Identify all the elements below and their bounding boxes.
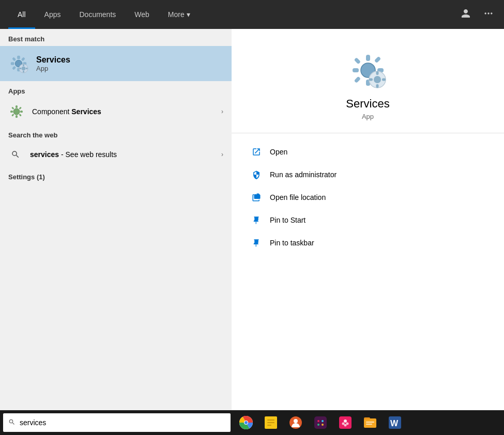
open-icon — [251, 147, 262, 157]
best-match-label: Best match — [0, 29, 232, 46]
chrome-icon[interactable] — [235, 411, 257, 434]
svg-rect-49 — [267, 425, 271, 426]
cortana-icon[interactable] — [284, 411, 307, 434]
best-match-item[interactable]: Services App — [0, 46, 232, 81]
open-label: Open — [270, 148, 287, 156]
svg-rect-30 — [353, 68, 359, 72]
svg-rect-64 — [366, 422, 374, 423]
svg-point-58 — [344, 420, 347, 423]
app-actions: Open Run as administrator — [232, 133, 504, 261]
svg-rect-41 — [382, 79, 386, 81]
main-content: Best match — [0, 29, 504, 410]
svg-rect-14 — [23, 64, 24, 66]
web-search-text: services - See web results — [30, 150, 214, 159]
svg-rect-39 — [376, 84, 378, 88]
watermark: wsxdn.com — [401, 385, 504, 406]
svg-rect-28 — [366, 55, 370, 61]
svg-rect-52 — [314, 416, 327, 429]
open-file-location-label: Open file location — [270, 193, 326, 201]
pin-to-taskbar-label: Pin to taskbar — [270, 239, 314, 247]
svg-text:W: W — [390, 419, 399, 428]
svg-rect-23 — [11, 107, 14, 110]
svg-point-54 — [322, 420, 324, 422]
svg-rect-26 — [19, 114, 22, 117]
search-input[interactable] — [20, 418, 225, 427]
taskbar-search-icon — [8, 418, 16, 427]
search-web-icon — [8, 147, 23, 162]
svg-rect-20 — [16, 115, 18, 118]
svg-rect-9 — [21, 57, 25, 61]
tab-documents[interactable]: Documents — [70, 0, 125, 29]
svg-rect-25 — [11, 114, 14, 117]
app-detail-icon — [347, 50, 389, 91]
tab-all[interactable]: All — [8, 0, 35, 29]
pin-taskbar-icon — [251, 238, 262, 248]
taskbar-search-box[interactable] — [3, 413, 231, 432]
svg-rect-62 — [364, 418, 376, 428]
svg-point-45 — [245, 421, 248, 424]
pin-to-start-action[interactable]: Pin to Start — [247, 210, 488, 230]
svg-point-1 — [487, 12, 489, 14]
svg-point-55 — [317, 424, 319, 426]
svg-rect-65 — [366, 424, 372, 425]
app-detail-header: Services App — [232, 29, 504, 133]
svg-point-13 — [22, 67, 26, 71]
app-detail-name: Services — [346, 97, 389, 111]
svg-rect-16 — [19, 68, 21, 69]
web-search-arrow: › — [221, 151, 223, 158]
svg-rect-47 — [267, 420, 274, 421]
tab-more[interactable]: More ▾ — [159, 0, 200, 29]
file-explorer-icon[interactable] — [359, 411, 381, 434]
taskbar-apps: W — [235, 411, 406, 434]
svg-rect-4 — [17, 56, 20, 59]
svg-rect-17 — [26, 68, 28, 69]
svg-point-60 — [346, 423, 349, 425]
app-detail-type: App — [362, 113, 374, 120]
svg-rect-10 — [12, 66, 16, 70]
svg-point-2 — [491, 12, 492, 14]
svg-rect-19 — [16, 105, 18, 108]
component-services-icon — [8, 103, 25, 120]
svg-point-0 — [485, 12, 486, 14]
tab-apps[interactable]: Apps — [35, 0, 70, 29]
file-location-icon — [251, 192, 262, 203]
open-file-location-action[interactable]: Open file location — [247, 187, 488, 208]
run-as-admin-label: Run as administrator — [270, 170, 337, 179]
svg-rect-24 — [19, 107, 22, 110]
svg-point-18 — [13, 108, 20, 115]
svg-rect-22 — [20, 111, 23, 113]
svg-rect-32 — [354, 57, 360, 64]
shield-icon — [251, 169, 262, 180]
run-as-admin-action[interactable]: Run as administrator — [247, 164, 488, 185]
svg-point-51 — [294, 419, 298, 423]
pin-start-icon — [251, 215, 262, 225]
slack-icon[interactable] — [309, 411, 332, 434]
apps-label: Apps — [0, 81, 232, 98]
web-search-item[interactable]: services - See web results › — [0, 142, 232, 167]
more-options-icon[interactable] — [481, 6, 496, 23]
component-services-item[interactable]: Component Services › — [0, 98, 232, 125]
svg-rect-6 — [11, 62, 14, 65]
user-icon[interactable] — [459, 6, 473, 23]
svg-point-53 — [317, 420, 319, 422]
best-match-text: Services App — [36, 55, 70, 72]
services-icon — [8, 53, 29, 74]
svg-point-59 — [342, 423, 345, 425]
sticky-notes-icon[interactable] — [259, 411, 282, 434]
pin-to-start-label: Pin to Start — [270, 216, 306, 224]
svg-point-61 — [344, 424, 347, 427]
svg-rect-63 — [364, 417, 370, 420]
web-label: Search the web — [0, 125, 232, 142]
taskbar: W — [0, 410, 504, 435]
svg-rect-38 — [376, 71, 378, 75]
pin-to-taskbar-action[interactable]: Pin to taskbar — [247, 232, 488, 253]
tab-web[interactable]: Web — [125, 0, 159, 29]
component-services-label: Component Services — [32, 107, 214, 116]
svg-rect-40 — [369, 79, 373, 81]
best-match-type: App — [36, 65, 70, 72]
start-menu: All Apps Documents Web More ▾ — [0, 0, 504, 410]
paint-icon[interactable] — [334, 411, 357, 434]
word-icon[interactable]: W — [384, 411, 406, 434]
component-services-arrow: › — [221, 108, 223, 115]
open-action[interactable]: Open — [247, 142, 488, 162]
